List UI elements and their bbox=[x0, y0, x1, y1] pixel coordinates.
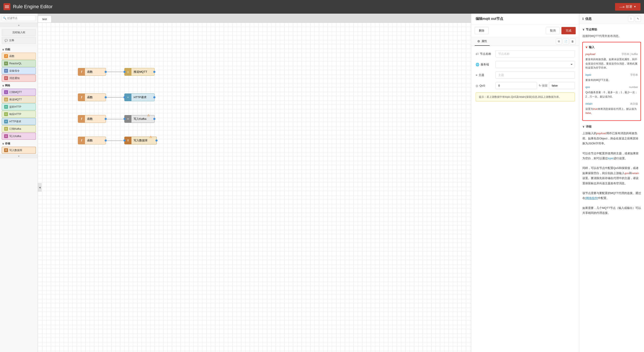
qos-select[interactable]: 0 1 2 bbox=[496, 82, 537, 89]
comment-button[interactable]: 💬 注释 bbox=[2, 37, 36, 44]
topic-input[interactable] bbox=[496, 71, 575, 79]
deploy-button[interactable]: —≡ 部署 ▼ bbox=[615, 3, 640, 10]
func3-port-right[interactable] bbox=[105, 118, 107, 120]
server-row: 🌐 服务端 bbox=[476, 61, 575, 68]
func4-label: 函数 bbox=[85, 139, 95, 143]
sidebar-item-func[interactable]: f 函数 bbox=[2, 53, 36, 60]
category-func[interactable]: ∨ 功能 bbox=[0, 46, 38, 52]
node-help-title[interactable]: ∨ 节点帮助 bbox=[582, 27, 641, 32]
retain-label: ↻ 保留 bbox=[539, 84, 548, 88]
param-payload-header: payload 字符串 | buffer bbox=[586, 52, 638, 56]
detail-section: ∨ 详细 上游输入的payload用作已发布消息的有效负荷。如果包含Object… bbox=[582, 124, 641, 216]
param-qos-desc: QoS服务质量：0，最多一次；1，最少一次；2，只一次。默认值为0。 bbox=[586, 90, 638, 99]
category-storage[interactable]: ∨ 存储 bbox=[0, 140, 38, 146]
logo-lines bbox=[5, 5, 9, 8]
canvas-tab-test[interactable]: test bbox=[38, 15, 52, 22]
http-req-port-left[interactable] bbox=[124, 96, 126, 98]
sidebar-top-buttons: 流程输入框 💬 注释 bbox=[0, 27, 38, 46]
info-tab-info-button[interactable]: i bbox=[628, 16, 634, 22]
flow-node-http-req[interactable]: H HTTP请求 bbox=[124, 93, 154, 101]
tab-test-label: test bbox=[42, 17, 47, 21]
flow-node-func4[interactable]: f 函数 bbox=[78, 137, 106, 144]
http-listen-icon: H bbox=[4, 105, 8, 109]
sidebar-item-mqtt-pub[interactable]: ))) 推送MQTT bbox=[2, 96, 36, 103]
func1-port-right[interactable] bbox=[105, 71, 107, 73]
flow-node-mqtt-pub[interactable]: )) 推送MQTT bbox=[124, 68, 154, 76]
scroll-up-button[interactable]: ▲ bbox=[0, 23, 38, 27]
sidebar-item-notify[interactable]: ✉ 消息通知 bbox=[2, 75, 36, 82]
retain-label-text: 保留 bbox=[542, 84, 548, 88]
flow-node-func3[interactable]: f 函数 bbox=[78, 115, 106, 123]
func2-port-right[interactable] bbox=[105, 96, 107, 98]
trash-icon-btn[interactable]: 🗑 bbox=[570, 38, 576, 44]
info-tab-edit-button[interactable]: ✎ bbox=[635, 16, 641, 22]
node-help-section: ∨ 节点帮助 连接到MQTT代理并发布消息。 bbox=[582, 27, 641, 38]
reactorql-label: ReactorQL bbox=[9, 62, 22, 65]
sidebar-item-kafka-sub[interactable]: ⚙ 订阅Kafka bbox=[2, 125, 36, 132]
settings-icon-btn[interactable]: ⚙ bbox=[556, 38, 562, 44]
node-name-label: 🏷 节点名称 bbox=[476, 52, 493, 56]
detail-para-1: 上游输入的payload用作已发布消息的有效负荷。如果包含Object，则会在发… bbox=[582, 131, 641, 146]
kafka-port-left[interactable] bbox=[124, 118, 126, 120]
sidebar-item-reactorql[interactable]: R ReactorQL bbox=[2, 60, 36, 67]
param-retain: retain 布尔值 设置为true来将消息保留在代理上。默认值为false。 bbox=[586, 101, 638, 115]
input-section-header[interactable]: ∨ 输入 bbox=[586, 45, 638, 50]
http-req-port-right[interactable] bbox=[153, 96, 156, 98]
db-port-right[interactable] bbox=[156, 139, 158, 142]
kafka-port-right[interactable] bbox=[153, 118, 156, 120]
detail-para-5: 如果需要，几个MQTT节点（输入或输出）可以共享相同的代理连接。 bbox=[582, 205, 641, 216]
mqtt-pub-port-left[interactable] bbox=[124, 71, 126, 73]
func3-icon: f bbox=[78, 115, 85, 123]
comment-icon: 💬 bbox=[4, 39, 8, 42]
node-name-row: 🏷 节点名称 bbox=[476, 50, 575, 57]
flow-node-kafka[interactable]: ⚙ 写入Kafka ⚠ bbox=[124, 115, 154, 123]
sidebar-item-kafka-pub[interactable]: ⚙ 写入Kafka bbox=[2, 133, 36, 140]
retain-select[interactable]: false true bbox=[549, 82, 575, 89]
qos-row: ◎ QoS 0 1 2 ↻ 保留 false bbox=[476, 82, 575, 89]
tab-properties[interactable]: ⚙ 属性 bbox=[475, 37, 490, 46]
mqtt-pub-port-right[interactable] bbox=[153, 71, 156, 73]
logo-line-2 bbox=[5, 6, 9, 7]
sidebar-item-device[interactable]: D 设备指令 bbox=[2, 67, 36, 74]
sidebar: 🔍 ▲ 流程输入框 💬 注释 ∨ 功能 f 函数 bbox=[0, 13, 38, 352]
mqtt-pub-icon: ))) bbox=[4, 98, 8, 101]
param-payload: payload 字符串 | buffer 要发布的有效负载。如果未设置此属性，则… bbox=[586, 52, 638, 70]
sidebar-item-http-req[interactable]: H HTTP请求 bbox=[2, 118, 36, 125]
logo-icon bbox=[4, 3, 10, 10]
flow-node-func1[interactable]: f 函数 bbox=[78, 68, 106, 76]
category-network-label: 网络 bbox=[5, 84, 10, 87]
detail-qos-highlight: qos bbox=[624, 172, 629, 175]
sidebar-item-db[interactable]: 🗄 写入数据库 bbox=[2, 147, 36, 154]
info-panel-tab-buttons: i ✎ bbox=[628, 16, 641, 22]
detail-title[interactable]: ∨ 详细 bbox=[582, 124, 641, 129]
server-select[interactable] bbox=[496, 61, 575, 68]
category-func-label: 功能 bbox=[5, 48, 10, 51]
sidebar-item-http-resp[interactable]: H 响应HTTP bbox=[2, 111, 36, 118]
canvas-content[interactable]: f 函数 )) 推送MQTT f 函数 H HTTP请求 bbox=[38, 23, 471, 352]
scroll-down-button[interactable]: ▼ bbox=[0, 154, 38, 159]
canvas-scroll-left-button[interactable]: ◀ bbox=[38, 183, 42, 192]
node-name-input[interactable] bbox=[496, 50, 575, 57]
detail-para-2: 可以在节点中配置所使用的主题，或者如果留为空白，则可以通过topic进行设置。 bbox=[582, 151, 641, 161]
cancel-button[interactable]: 取消 bbox=[546, 27, 560, 34]
done-button[interactable]: 完成 bbox=[562, 27, 576, 34]
http-resp-label: 响应HTTP bbox=[9, 112, 21, 116]
category-network[interactable]: ∨ 网络 bbox=[0, 82, 38, 88]
edit-panel: 编辑mqtt out节点 删除 取消 完成 ⚙ 属性 ⚙ 📄 🗑 bbox=[471, 13, 579, 352]
flow-node-func2[interactable]: f 函数 bbox=[78, 93, 106, 101]
sidebar-item-http-listen[interactable]: H 监听HTTP bbox=[2, 103, 36, 110]
topic-label-text: 主题 bbox=[478, 73, 484, 77]
sidebar-item-mqtt-sub[interactable]: )) 订阅MQTT bbox=[2, 89, 36, 96]
db-port-left[interactable] bbox=[124, 139, 126, 142]
flow-input-button[interactable]: 流程输入框 bbox=[2, 29, 36, 36]
network-component-link[interactable]: [网络组件] bbox=[585, 196, 598, 200]
detail-para-3: 同样，可以在节点中配置QoS和保留值，或者如果保留空白，则分别由上游输入qos和… bbox=[582, 166, 641, 186]
flow-node-db[interactable]: 🗄 写入数据库 ⚠ bbox=[124, 137, 157, 144]
search-input[interactable] bbox=[2, 15, 36, 21]
delete-button[interactable]: 删除 bbox=[475, 27, 488, 34]
doc-icon-btn[interactable]: 📄 bbox=[563, 38, 569, 44]
param-retain-desc: 设置为true来将消息保留在代理上。默认值为false。 bbox=[586, 107, 638, 115]
param-qos-name: qos bbox=[586, 85, 590, 90]
param-payload-desc: 要发布的有效负载。如果未设置此属性，则不会发送任何消息。要发送空白消息，请将此属… bbox=[586, 57, 638, 70]
func4-port-right[interactable] bbox=[105, 139, 107, 142]
